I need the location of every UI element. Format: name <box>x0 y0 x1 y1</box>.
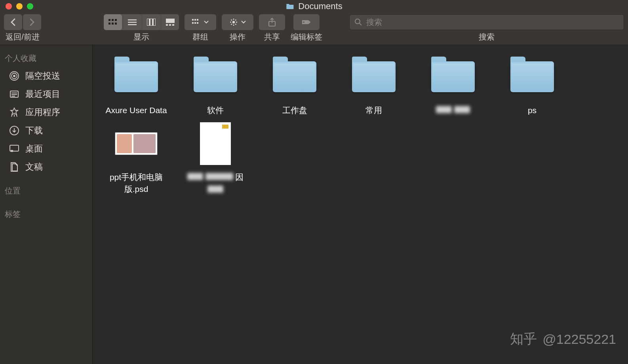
folder-title-icon <box>285 3 294 10</box>
sidebar-item-label: 最近项目 <box>25 88 60 100</box>
tags-label: 编辑标签 <box>291 32 322 42</box>
sidebar-item-documents[interactable]: 文稿 <box>0 158 92 176</box>
svg-rect-4 <box>112 23 114 25</box>
folder-item[interactable]: 软件 <box>176 53 255 120</box>
folder-icon <box>431 61 475 92</box>
sidebar-item-label: 下载 <box>25 125 43 136</box>
item-label: 因 <box>184 171 247 195</box>
toolbar: 返回/前进 显示 <box>0 13 628 45</box>
back-button[interactable] <box>4 14 22 30</box>
action-group: 操作 <box>222 14 253 42</box>
svg-point-24 <box>303 21 304 23</box>
folder-icon <box>194 61 237 92</box>
svg-rect-31 <box>11 94 17 95</box>
watermark: 知乎 @12255221 <box>510 330 616 348</box>
svg-rect-5 <box>115 23 117 25</box>
item-label: 常用 <box>362 104 385 116</box>
psd-thumbnail-icon <box>115 132 158 155</box>
airdrop-icon <box>9 70 20 82</box>
edit-tags-button[interactable] <box>293 14 320 30</box>
item-label <box>433 104 473 116</box>
items-grid: Axure User Data 软件 工作盘 常用 <box>97 53 624 199</box>
svg-rect-19 <box>192 22 194 24</box>
sidebar-item-desktop[interactable]: 桌面 <box>0 140 92 158</box>
search-box[interactable] <box>349 14 624 30</box>
sidebar-item-airdrop[interactable]: 隔空投送 <box>0 67 92 85</box>
svg-rect-0 <box>108 19 110 21</box>
content-area[interactable]: Axure User Data 软件 工作盘 常用 <box>93 45 628 364</box>
minimize-window-button[interactable] <box>16 3 23 9</box>
folder-icon <box>352 61 396 92</box>
item-label: Axure User Data <box>102 104 170 116</box>
svg-rect-8 <box>128 24 137 25</box>
sidebar-item-recents[interactable]: 最近项目 <box>0 85 92 103</box>
window-title: Documents <box>298 1 342 11</box>
watermark-user: @12255221 <box>542 332 616 347</box>
svg-point-25 <box>355 19 360 24</box>
svg-rect-3 <box>108 23 110 25</box>
forward-button[interactable] <box>23 14 41 30</box>
folder-item[interactable] <box>413 53 493 120</box>
sidebar-item-label: 桌面 <box>25 143 43 155</box>
sidebar-section-locations: 位置 <box>0 183 92 199</box>
svg-rect-6 <box>128 19 137 21</box>
file-item[interactable]: 因 <box>176 120 255 199</box>
svg-rect-14 <box>169 24 171 26</box>
search-icon <box>354 18 362 26</box>
item-label: 工作盘 <box>279 104 310 116</box>
share-button[interactable] <box>259 14 285 30</box>
svg-rect-2 <box>115 19 117 21</box>
share-label: 共享 <box>264 32 280 42</box>
group-by-button[interactable] <box>185 14 216 30</box>
svg-rect-16 <box>192 19 194 21</box>
desktop-icon <box>9 143 20 154</box>
applications-icon <box>9 107 20 118</box>
documents-icon <box>9 161 20 173</box>
titlebar: Documents <box>0 0 628 13</box>
sidebar-item-label: 隔空投送 <box>25 70 60 82</box>
column-view-button[interactable] <box>142 14 160 30</box>
view-label: 显示 <box>133 32 149 42</box>
sidebar-item-label: 文稿 <box>25 161 43 173</box>
search-group: 搜索 <box>349 14 624 42</box>
search-input[interactable] <box>366 18 619 27</box>
view-group: 显示 <box>104 14 179 42</box>
svg-point-22 <box>232 21 235 23</box>
folder-icon <box>273 61 316 92</box>
item-label: ppt手机和电脑版.psd <box>97 171 176 195</box>
maximize-window-button[interactable] <box>27 3 33 9</box>
action-button[interactable] <box>222 14 253 30</box>
action-label: 操作 <box>230 32 245 42</box>
file-item[interactable]: ppt手机和电脑版.psd <box>97 120 176 199</box>
sidebar-section-favorites: 个人收藏 <box>0 51 92 67</box>
icon-view-button[interactable] <box>104 14 122 30</box>
svg-rect-17 <box>194 19 196 21</box>
list-view-button[interactable] <box>123 14 141 30</box>
document-thumbnail-icon <box>200 122 231 165</box>
svg-rect-7 <box>128 22 137 23</box>
svg-rect-32 <box>11 96 15 97</box>
svg-rect-1 <box>112 19 114 21</box>
svg-rect-18 <box>197 19 198 21</box>
close-window-button[interactable] <box>6 3 12 9</box>
svg-rect-11 <box>153 19 156 26</box>
folder-item[interactable]: ps <box>493 53 572 120</box>
search-label: 搜索 <box>479 32 495 42</box>
svg-rect-35 <box>11 150 13 152</box>
svg-rect-10 <box>150 19 152 26</box>
item-label: 软件 <box>204 104 227 116</box>
nav-group: 返回/前进 <box>4 14 41 42</box>
watermark-brand: 知乎 <box>510 330 537 348</box>
folder-item[interactable]: 工作盘 <box>255 53 334 120</box>
svg-point-26 <box>13 75 15 77</box>
gallery-view-button[interactable] <box>161 14 179 30</box>
sidebar-item-applications[interactable]: 应用程序 <box>0 103 92 121</box>
folder-item[interactable]: Axure User Data <box>97 53 176 120</box>
svg-rect-12 <box>166 19 175 23</box>
folder-icon <box>114 61 158 92</box>
share-group: 共享 <box>259 14 285 42</box>
sidebar-item-downloads[interactable]: 下载 <box>0 121 92 140</box>
folder-item[interactable]: 常用 <box>334 53 413 120</box>
item-label: ps <box>525 104 540 116</box>
sidebar-section-tags: 标签 <box>0 207 92 223</box>
